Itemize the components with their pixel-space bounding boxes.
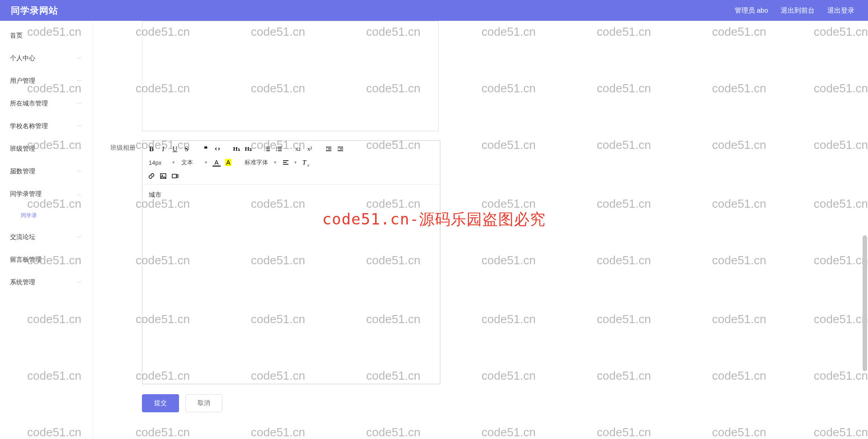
outdent-icon (325, 145, 332, 153)
main-content: 班级相册 B I U S ❝ H₁ (93, 21, 868, 439)
h1-button[interactable]: H₁ (231, 143, 242, 154)
chevron-down-icon: ﹀ (77, 168, 82, 175)
image-upload-box[interactable] (142, 21, 439, 131)
align-select[interactable] (292, 157, 298, 168)
video-icon (171, 172, 179, 180)
sidebar-item-label: 用户管理 (10, 77, 35, 85)
code-block-button[interactable] (212, 143, 223, 154)
sidebar-item-label: 所在城市管理 (10, 100, 48, 108)
subscript-button[interactable]: x₂ (292, 143, 303, 154)
align-icon (282, 159, 289, 166)
sidebar-item-users[interactable]: 用户管理 ﹀ (0, 70, 93, 92)
top-header: 同学录网站 管理员 abo 退出到前台 退出登录 (0, 0, 868, 21)
unordered-list-icon (275, 145, 283, 153)
font-size-select[interactable]: 14px (146, 157, 178, 168)
exit-to-front-link[interactable]: 退出到前台 (781, 6, 815, 15)
font-family-select[interactable]: 标准字体 (242, 157, 279, 168)
strikethrough-button[interactable]: S (181, 143, 192, 154)
chevron-down-icon: ﹀ (77, 123, 82, 130)
chevron-down-icon: ﹀ (77, 146, 82, 153)
sidebar-item-class[interactable]: 班级管理 ﹀ (0, 138, 93, 160)
format-select[interactable]: 文本 (179, 157, 210, 168)
font-color-button[interactable]: A (211, 157, 222, 168)
svg-text:3: 3 (264, 149, 265, 152)
svg-point-4 (276, 148, 277, 149)
sidebar-item-label: 交流论坛 (10, 233, 35, 241)
ordered-list-button[interactable]: 123 (262, 143, 273, 154)
svg-rect-8 (172, 174, 176, 178)
sidebar-item-label: 系统管理 (10, 278, 35, 286)
sidebar: 首页 个人中心 ﹀ 用户管理 ﹀ 所在城市管理 ﹀ 学校名称管理 ﹀ 班级管理 … (0, 21, 93, 439)
unordered-list-button[interactable] (274, 143, 284, 154)
outdent-button[interactable] (323, 143, 334, 154)
admin-label[interactable]: 管理员 abo (735, 6, 768, 15)
sidebar-item-profile[interactable]: 个人中心 ﹀ (0, 47, 93, 70)
watermark-center-text: code51.cn-源码乐园盗图必究 (322, 209, 546, 230)
sidebar-item-label: 学校名称管理 (10, 122, 48, 130)
sidebar-item-home[interactable]: 首页 (0, 24, 93, 47)
cancel-button[interactable]: 取消 (185, 394, 222, 412)
italic-button[interactable]: I (158, 143, 169, 154)
sidebar-item-classmate-record[interactable]: 同学录管理 ︿ (0, 183, 93, 205)
sidebar-item-message-board[interactable]: 留言板管理 ﹀ (0, 248, 93, 271)
bold-button[interactable]: B (146, 143, 157, 154)
sidebar-subitem-classmate-record[interactable]: 同学录 (0, 205, 93, 226)
chevron-up-icon: ︿ (77, 191, 82, 198)
indent-button[interactable] (335, 143, 346, 154)
submit-button[interactable]: 提交 (142, 394, 179, 412)
chevron-down-icon: ﹀ (77, 55, 82, 62)
indent-icon (337, 145, 344, 153)
logout-link[interactable]: 退出登录 (827, 6, 854, 15)
chevron-down-icon: ﹀ (77, 279, 82, 286)
clear-format-button[interactable]: Tx (299, 157, 310, 168)
blockquote-button[interactable]: ❝ (200, 143, 211, 154)
superscript-button[interactable]: x² (304, 143, 315, 154)
ordered-list-icon: 123 (264, 145, 271, 153)
header-right: 管理员 abo 退出到前台 退出登录 (735, 6, 854, 15)
sidebar-item-school[interactable]: 学校名称管理 ﹀ (0, 115, 93, 138)
background-color-button[interactable]: A (223, 157, 234, 168)
scrollbar-thumb[interactable] (863, 235, 867, 371)
editor-toolbar: B I U S ❝ H₁ H₂ 123 (142, 141, 440, 185)
sidebar-item-label: 同学录管理 (10, 190, 42, 198)
sidebar-item-label: 班级管理 (10, 145, 35, 153)
chevron-down-icon: ﹀ (77, 257, 82, 263)
sidebar-item-session[interactable]: 届数管理 ﹀ (0, 160, 93, 183)
align-button[interactable] (280, 157, 291, 168)
sidebar-item-city[interactable]: 所在城市管理 ﹀ (0, 92, 93, 115)
sidebar-item-label: 留言板管理 (10, 256, 42, 264)
video-button[interactable] (170, 171, 180, 181)
image-button[interactable] (158, 171, 169, 181)
chevron-down-icon: ﹀ (77, 234, 82, 241)
underline-button[interactable]: U (170, 143, 180, 154)
image-icon (160, 172, 167, 180)
code-icon (214, 145, 221, 153)
sidebar-item-system[interactable]: 系统管理 ﹀ (0, 271, 93, 294)
chevron-down-icon: ﹀ (77, 100, 82, 107)
h2-button[interactable]: H₂ (243, 143, 254, 154)
sidebar-item-forum[interactable]: 交流论坛 ﹀ (0, 226, 93, 248)
link-button[interactable] (146, 171, 157, 181)
sidebar-item-label: 届数管理 (10, 167, 35, 176)
svg-point-3 (276, 147, 277, 148)
chevron-down-icon: ﹀ (77, 78, 82, 85)
svg-point-5 (276, 150, 277, 151)
svg-point-7 (162, 175, 163, 176)
rich-text-editor: B I U S ❝ H₁ H₂ 123 (142, 140, 440, 384)
form-actions: 提交 取消 (142, 394, 859, 412)
sidebar-item-label: 首页 (10, 32, 23, 40)
site-brand: 同学录网站 (11, 5, 58, 17)
link-icon (148, 172, 155, 180)
sidebar-item-label: 个人中心 (10, 54, 35, 62)
field-label-album: 班级相册 (102, 140, 142, 152)
